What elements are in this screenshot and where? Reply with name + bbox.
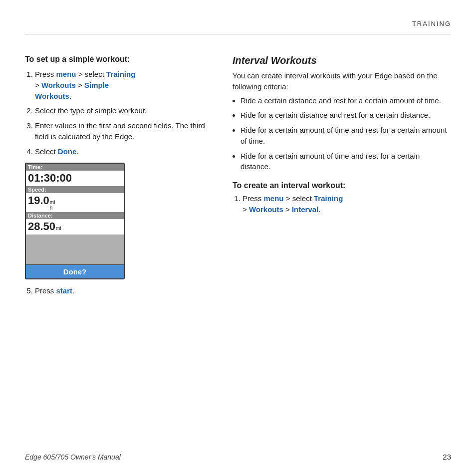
chapter-title: Training [412,20,451,27]
distance-number: 28.50 [28,220,55,233]
footer-page: 23 [443,453,451,461]
workouts-link-2: Workouts [249,205,283,214]
step-2: Select the type of simple workout. [35,105,215,116]
training-link-1: Training [106,70,135,78]
right-column: Interval Workouts You can create interva… [233,55,451,301]
bullet-3: Ride for a certain amount of time and re… [240,125,451,147]
time-number: 01:30:00 [28,172,72,185]
time-value: 01:30:00 [26,171,124,186]
speed-label: Speed: [26,186,124,193]
distance-unit: mi [56,226,61,231]
interval-bullets: Ride a certain distance and rest for a c… [233,95,451,173]
step-1: Press menu > select Training > Workouts … [35,69,215,101]
speed-number: 19.0 [28,194,49,207]
device-spacer [26,235,124,264]
bullet-1: Ride a certain distance and rest for a c… [240,95,451,106]
done-button: Done? [26,264,124,278]
interval-workout-subheading: To create an interval workout: [233,181,451,190]
workouts-link-1: Workouts [41,81,76,89]
start-link: start [56,286,73,295]
bullet-2: Ride for a certain distance and rest for… [240,110,451,121]
interval-intro: You can create interval workouts with yo… [233,70,451,92]
interval-steps: Press menu > select Training > Workouts … [233,193,451,215]
speed-value: 19.0mih [26,193,124,212]
step-5: Press start. [35,285,215,296]
top-rule [25,34,451,34]
interval-step-1: Press menu > select Training > Workouts … [242,193,451,215]
page: Training To set up a simple workout: Pre… [0,0,476,476]
content-columns: To set up a simple workout: Press menu >… [25,55,451,301]
footer-title: Edge 605/705 Owner's Manual [25,453,121,461]
step-4: Select Done. [35,146,215,157]
done-link: Done [58,147,77,156]
bullet-4: Ride for a certain amount of time and re… [240,151,451,173]
simple-workout-steps: Press menu > select Training > Workouts … [25,69,215,157]
speed-unit: mih [50,200,55,211]
footer: Edge 605/705 Owner's Manual 23 [25,453,451,461]
step-3: Enter values in the first and second fie… [35,120,215,142]
distance-label: Distance: [26,212,124,219]
training-link-2: Training [314,194,343,203]
left-column: To set up a simple workout: Press menu >… [25,55,215,301]
menu-link-2: menu [264,194,284,203]
chapter-header: Training [412,20,451,27]
interval-workouts-heading: Interval Workouts [233,55,451,66]
menu-link-1: menu [56,70,76,78]
step-5-list: Press start. [25,285,215,296]
distance-value: 28.50mi [26,219,124,235]
interval-link: Interval [292,205,318,214]
device-screenshot: Time: 01:30:00 Speed: 19.0mih Distance: … [25,163,125,279]
time-label: Time: [26,164,124,171]
simple-workout-heading: To set up a simple workout: [25,55,215,64]
